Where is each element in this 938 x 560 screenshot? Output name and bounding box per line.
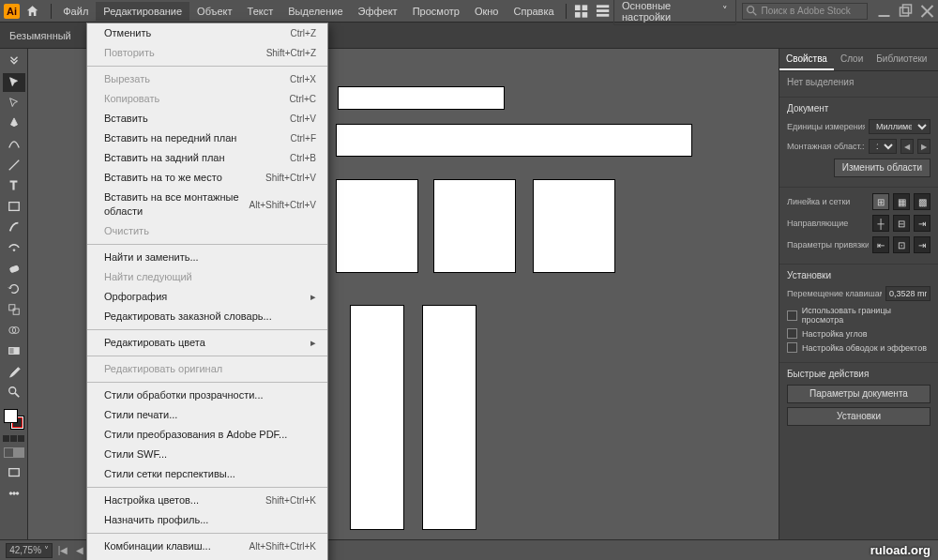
snap-grid-icon[interactable]: ⊡	[893, 236, 910, 253]
fill-stroke-swatches[interactable]	[4, 409, 24, 430]
menu-окно[interactable]: Окно	[467, 2, 507, 21]
menu-текст[interactable]: Текст	[240, 2, 281, 21]
smart-guides-icon[interactable]: ⇥	[914, 215, 930, 232]
menu-item[interactable]: Мои настройки▸	[87, 556, 327, 560]
direct-selection-tool-icon[interactable]	[3, 94, 25, 113]
artboard[interactable]	[433, 179, 516, 273]
menu-объект[interactable]: Объект	[189, 2, 239, 21]
svg-point-7	[748, 7, 754, 13]
artboard[interactable]	[533, 179, 615, 273]
menu-редактирование[interactable]: Редактирование	[96, 2, 189, 21]
artboard[interactable]	[422, 305, 477, 530]
menu-item[interactable]: Стили обработки прозрачности...	[87, 386, 327, 405]
document-tab[interactable]: Безымянный	[0, 23, 84, 48]
menu-эффект[interactable]: Эффект	[351, 2, 405, 21]
brush-tool-icon[interactable]	[3, 218, 25, 236]
menu-item[interactable]: ВставитьCtrl+V	[87, 109, 327, 129]
transparency-grid-icon[interactable]: ▩	[914, 193, 930, 210]
menu-item[interactable]: Комбинации клавиш...Alt+Shift+Ctrl+K	[87, 537, 327, 556]
line-tool-icon[interactable]	[3, 156, 25, 174]
svg-point-25	[8, 387, 15, 394]
artboard-dropdown[interactable]: 1	[869, 139, 897, 154]
menu-item: ПовторитьShift+Ctrl+Z	[87, 43, 327, 63]
grid-icon[interactable]: ▦	[893, 193, 910, 210]
expand-tools-icon[interactable]	[3, 53, 25, 71]
svg-rect-4	[597, 5, 609, 8]
ruler-icon[interactable]: ⊞	[872, 193, 889, 210]
type-tool-icon[interactable]: T	[3, 176, 25, 195]
artboard[interactable]	[338, 86, 505, 110]
color-mode-icons[interactable]	[3, 435, 24, 442]
close-icon[interactable]	[918, 4, 936, 19]
artboard[interactable]	[336, 179, 418, 273]
menu-item[interactable]: Вставить на передний планCtrl+F	[87, 129, 327, 148]
drawing-mode-icons[interactable]	[4, 447, 24, 458]
menu-item[interactable]: Настройка цветов...Shift+Ctrl+K	[87, 491, 327, 510]
checkbox[interactable]	[787, 310, 797, 321]
checkbox[interactable]	[787, 328, 797, 339]
tab-libraries[interactable]: Библиотеки	[870, 49, 933, 70]
menu-просмотр[interactable]: Просмотр	[405, 2, 467, 21]
scale-tool-icon[interactable]	[3, 300, 25, 319]
home-icon[interactable]	[25, 4, 39, 19]
document-setup-button[interactable]: Параметры документа	[787, 385, 930, 403]
menu-item[interactable]: Орфография▸	[87, 287, 327, 307]
artboard[interactable]	[350, 305, 404, 530]
arrange-docs-icon[interactable]	[574, 4, 588, 19]
artboard[interactable]	[336, 124, 692, 157]
preferences-button[interactable]: Установки	[787, 407, 930, 426]
edit-toolbar-icon[interactable]	[3, 484, 25, 503]
first-artboard-icon[interactable]: |◀	[56, 544, 69, 557]
menu-файл[interactable]: Файл	[55, 2, 96, 21]
minimize-icon[interactable]	[875, 4, 893, 19]
menu-item[interactable]: Вставить на то же местоShift+Ctrl+V	[87, 168, 327, 188]
workspace-switcher-icon[interactable]	[596, 4, 610, 19]
prev-artboard-icon[interactable]: ◀	[73, 544, 86, 557]
menu-item[interactable]: ОтменитьCtrl+Z	[87, 23, 327, 43]
section-settings: Установки	[787, 270, 930, 280]
curvature-tool-icon[interactable]	[3, 135, 25, 154]
menu-item[interactable]: Редактировать цвета▸	[87, 333, 327, 353]
menu-item[interactable]: Назначить профиль...	[87, 510, 327, 530]
rotate-tool-icon[interactable]	[3, 280, 25, 298]
menu-item[interactable]: Стили преобразования в Adobe PDF...	[87, 425, 327, 445]
shaper-tool-icon[interactable]	[3, 238, 25, 257]
screen-mode-icon[interactable]	[3, 463, 25, 482]
eyedropper-tool-icon[interactable]	[3, 362, 25, 381]
next-artboard-button[interactable]: ▶	[917, 139, 930, 154]
tab-properties[interactable]: Свойства	[779, 49, 834, 70]
menu-item[interactable]: Вставить на все монтажные областиAlt+Shi…	[87, 188, 327, 221]
menu-item[interactable]: Вставить на задний планCtrl+B	[87, 148, 327, 168]
rectangle-tool-icon[interactable]	[3, 197, 25, 216]
svg-rect-18	[9, 265, 19, 273]
eraser-tool-icon[interactable]	[3, 259, 25, 278]
restore-icon[interactable]	[897, 4, 915, 19]
menu-item: Очистить	[87, 221, 327, 241]
workspace-preset-dropdown[interactable]: Основные настройки ˅	[613, 0, 736, 25]
gradient-tool-icon[interactable]	[3, 341, 25, 360]
menu-item: ВырезатьCtrl+X	[87, 69, 327, 89]
zoom-tool-icon[interactable]	[3, 383, 25, 401]
menu-item[interactable]: Редактировать заказной словарь...	[87, 307, 327, 326]
shape-builder-tool-icon[interactable]	[3, 321, 25, 340]
zoom-level-input[interactable]: 42,75% ˅	[6, 543, 53, 558]
tab-layers[interactable]: Слои	[834, 49, 870, 70]
menu-справка[interactable]: Справка	[506, 2, 561, 21]
units-dropdown[interactable]: Миллиметры	[869, 119, 930, 134]
menu-item[interactable]: Найти и заменить...	[87, 248, 327, 267]
guides-lock-icon[interactable]: ⊟	[893, 215, 910, 232]
checkbox[interactable]	[787, 342, 797, 353]
snap-pixel-icon[interactable]: ⇥	[914, 236, 930, 253]
selection-tool-icon[interactable]	[3, 73, 25, 92]
snap-point-icon[interactable]: ⇤	[872, 236, 889, 253]
menu-item[interactable]: Стили печати...	[87, 405, 327, 425]
prev-artboard-button[interactable]: ◀	[900, 139, 914, 154]
menu-выделение[interactable]: Выделение	[280, 2, 350, 21]
edit-artboards-button[interactable]: Изменить области	[834, 159, 930, 177]
menu-item[interactable]: Стили SWF...	[87, 445, 327, 464]
stock-search-input[interactable]: Поиск в Adobe Stock	[742, 3, 868, 20]
pen-tool-icon[interactable]	[3, 114, 25, 133]
key-move-input[interactable]	[885, 286, 930, 301]
menu-item[interactable]: Стили сетки перспективы...	[87, 464, 327, 484]
guides-visibility-icon[interactable]: ┼	[872, 215, 889, 232]
